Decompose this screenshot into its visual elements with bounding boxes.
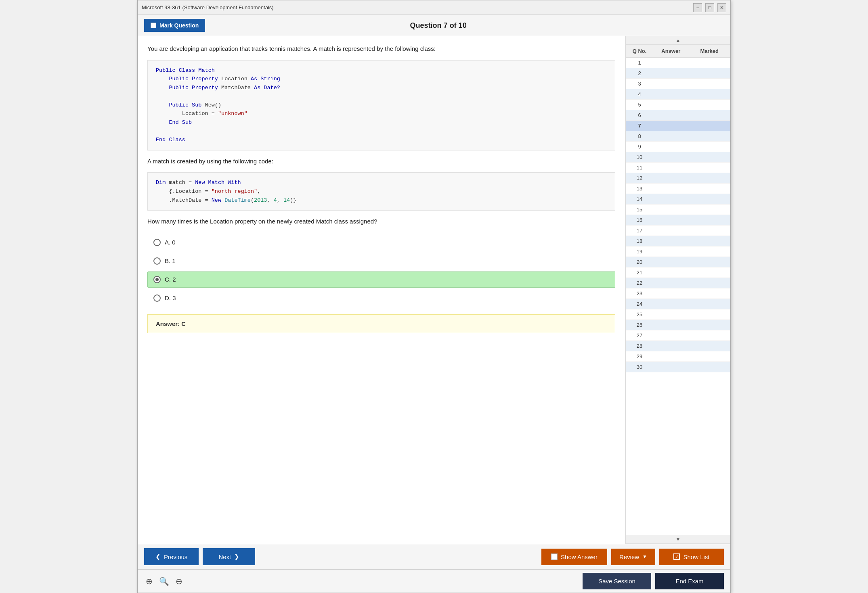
review-chevron-icon: ▼ (642, 554, 647, 560)
footer-right: Show Answer Review ▼ ✓ Show List (541, 549, 724, 565)
close-button[interactable]: ✕ (717, 3, 726, 12)
question-list-panel: ▲ Q No. Answer Marked 123456789101112131… (625, 36, 730, 544)
show-list-label: Show List (683, 553, 709, 560)
review-label: Review (619, 553, 639, 560)
previous-label: Previous (164, 553, 187, 560)
question-list-row[interactable]: 21 (626, 267, 730, 278)
question-list-row[interactable]: 23 (626, 288, 730, 299)
question-list-row[interactable]: 4 (626, 89, 730, 100)
zoom-out-button[interactable]: ⊖ (174, 575, 184, 588)
maximize-button[interactable]: □ (705, 3, 714, 12)
question-list-row[interactable]: 9 (626, 142, 730, 152)
question-header: Mark Question Question 7 of 10 (138, 15, 730, 36)
question-list-row[interactable]: 18 (626, 236, 730, 246)
question-list-row[interactable]: 14 (626, 194, 730, 205)
window-title: Microsoft 98-361 (Software Development F… (142, 4, 274, 10)
window-controls: − □ ✕ (693, 3, 726, 12)
answer-box: Answer: C (147, 314, 615, 333)
minimize-button[interactable]: − (693, 3, 702, 12)
next-label: Next (218, 553, 231, 560)
scroll-up-button[interactable]: ▲ (626, 36, 730, 45)
question-list-row[interactable]: 11 (626, 163, 730, 173)
code-block-instance: Dim match = New Match With {.Location = … (147, 172, 615, 211)
question-sub: A match is created by using the followin… (147, 157, 615, 166)
question-list-row[interactable]: 20 (626, 257, 730, 267)
question-intro: You are developing an application that t… (147, 44, 615, 54)
question-panel: You are developing an application that t… (138, 36, 625, 544)
question-list-row[interactable]: 19 (626, 246, 730, 257)
option-a-label: A. 0 (165, 239, 176, 246)
question-list-row[interactable]: 12 (626, 173, 730, 184)
option-c-radio (153, 276, 161, 283)
save-session-button[interactable]: Save Session (583, 573, 651, 589)
question-list-row[interactable]: 6 (626, 110, 730, 121)
question-list-row[interactable]: 2 (626, 68, 730, 79)
question-list-row[interactable]: 28 (626, 341, 730, 351)
question-list-header: Q No. Answer Marked (626, 45, 730, 58)
option-d-label: D. 3 (165, 294, 176, 301)
question-list-row[interactable]: 22 (626, 278, 730, 288)
options-list: A. 0 B. 1 C. 2 D. 3 (147, 234, 615, 306)
question-list-row[interactable]: 3 (626, 79, 730, 89)
question-list-row[interactable]: 7 (626, 121, 730, 131)
question-list-row[interactable]: 10 (626, 152, 730, 163)
option-a[interactable]: A. 0 (147, 234, 615, 251)
question-list-row[interactable]: 24 (626, 299, 730, 309)
question-list-row[interactable]: 25 (626, 309, 730, 320)
footer-left: Previous Next (144, 548, 255, 565)
question-list-row[interactable]: 15 (626, 205, 730, 215)
question-list-row[interactable]: 16 (626, 215, 730, 226)
next-button[interactable]: Next (203, 548, 255, 565)
end-exam-button[interactable]: End Exam (655, 573, 724, 589)
col-qno: Q No. (627, 48, 652, 54)
question-main-text: How many times is the Location property … (147, 217, 615, 226)
chevron-right-icon (234, 553, 239, 560)
main-area: You are developing an application that t… (138, 36, 730, 544)
mark-checkbox-icon (151, 23, 156, 28)
title-bar: Microsoft 98-361 (Software Development F… (138, 0, 730, 15)
option-c[interactable]: C. 2 (147, 271, 615, 288)
option-d-radio (153, 294, 161, 302)
question-title: Question 7 of 10 (410, 21, 467, 30)
chevron-left-icon (155, 553, 161, 560)
mark-question-button[interactable]: Mark Question (144, 19, 205, 32)
option-b[interactable]: B. 1 (147, 253, 615, 269)
previous-button[interactable]: Previous (144, 548, 199, 565)
question-list-row[interactable]: 1 (626, 58, 730, 68)
question-list-row[interactable]: 30 (626, 362, 730, 372)
save-session-label: Save Session (598, 578, 635, 585)
col-marked: Marked (690, 48, 729, 54)
show-list-checkbox-icon: ✓ (673, 553, 680, 560)
scroll-down-button[interactable]: ▼ (626, 535, 730, 544)
show-answer-button[interactable]: Show Answer (541, 549, 607, 565)
question-list-row[interactable]: 29 (626, 351, 730, 362)
question-list-row[interactable]: 26 (626, 320, 730, 330)
question-list-row[interactable]: 27 (626, 330, 730, 341)
question-list-row[interactable]: 17 (626, 226, 730, 236)
zoom-controls: ⊕ 🔍 ⊖ (144, 575, 184, 588)
review-button[interactable]: Review ▼ (611, 549, 655, 565)
question-list-scroll[interactable]: 1234567891011121314151617181920212223242… (626, 58, 730, 535)
option-c-label: C. 2 (165, 276, 176, 283)
show-answer-label: Show Answer (561, 553, 598, 560)
option-b-radio (153, 257, 161, 265)
question-list-row[interactable]: 8 (626, 131, 730, 142)
mark-question-label: Mark Question (159, 22, 199, 29)
footer-nav: Previous Next Show Answer Review ▼ ✓ Sho… (138, 544, 730, 569)
question-list-row[interactable]: 5 (626, 100, 730, 110)
zoom-in-button[interactable]: ⊕ (144, 575, 154, 588)
zoom-reset-button[interactable]: 🔍 (157, 575, 171, 588)
question-list-row[interactable]: 13 (626, 184, 730, 194)
option-b-label: B. 1 (165, 257, 176, 264)
code-block-class: Public Class Match Public Property Locat… (147, 60, 615, 150)
option-a-radio (153, 239, 161, 246)
option-d[interactable]: D. 3 (147, 290, 615, 306)
col-answer: Answer (652, 48, 690, 54)
end-exam-label: End Exam (675, 578, 703, 585)
show-list-button[interactable]: ✓ Show List (659, 549, 724, 565)
show-answer-checkbox-icon (551, 553, 558, 560)
footer2-right: Save Session End Exam (583, 573, 724, 589)
answer-text: Answer: C (156, 320, 186, 327)
footer-zoom: ⊕ 🔍 ⊖ Save Session End Exam (138, 569, 730, 593)
